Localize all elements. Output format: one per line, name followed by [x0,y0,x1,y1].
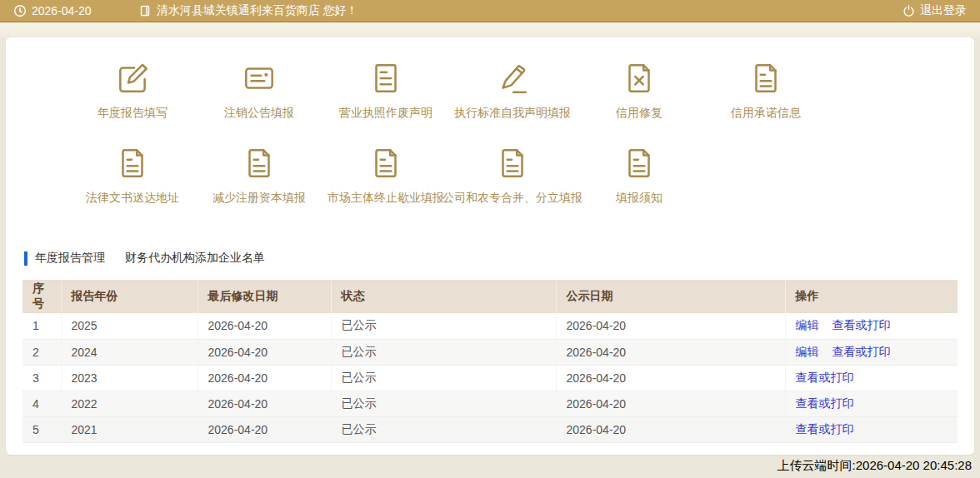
cell-actions: 查看或打印 [785,416,958,442]
header-publish-date: 公示日期 [556,280,785,313]
feature-label: 公司和农专合并、分立填报 [442,191,582,206]
logout-button[interactable]: 退出登录 [902,3,967,18]
clock-icon [13,4,27,17]
cell-no: 4 [22,391,61,416]
cell-last-modified: 2026-04-20 [198,416,331,442]
cell-status: 已公示 [331,416,556,442]
feature-legal-document-address[interactable]: 法律文书送达地址 [69,144,196,221]
view-or-print-link[interactable]: 查看或打印 [796,371,854,384]
feature-label: 信用承诺信息 [731,106,801,121]
document-lines-icon [367,59,405,97]
current-date: 2026-04-20 [32,4,92,17]
power-icon [902,4,915,17]
cell-last-modified: 2026-04-20 [198,365,331,391]
feature-merger-division[interactable]: 公司和农专合并、分立填报 [449,144,576,221]
feature-label: 市场主体终止歇业填报 [328,191,444,206]
feature-label: 执行标准自我声明填报 [454,106,571,121]
cell-status: 已公示 [331,391,556,416]
report-table: 序号 报告年份 最后修改日期 状态 公示日期 操作 120252026-04-2… [22,280,958,443]
logout-label: 退出登录 [920,3,967,18]
feature-credit-commitment-info[interactable]: 信用承诺信息 [702,59,829,136]
header-report-year: 报告年份 [61,280,198,313]
top-bar: 2026-04-20 清水河县城关镇通利来百货商店 您好！ 退出登录 [0,0,980,22]
report-table-body: 120252026-04-20已公示2026-04-20编辑查看或打印22024… [22,313,958,442]
main-card: 年度报告填写 注销公告填报 营业执照作废声明 执行标准自我声明填报 信用修复 信… [6,37,974,455]
cell-report-year: 2024 [61,339,198,365]
company-group: 清水河县城关镇通利来百货商店 您好！ [138,3,358,18]
feature-label: 填报须知 [616,191,662,206]
page-background-strip [0,22,980,37]
cell-last-modified: 2026-04-20 [198,339,331,365]
cell-actions: 查看或打印 [785,365,958,391]
feature-filing-instructions[interactable]: 填报须知 [576,144,702,221]
header-status: 状态 [331,280,556,313]
feature-label: 法律文书送达地址 [86,191,179,206]
file-text-icon [620,144,658,182]
cell-publish-date: 2026-04-20 [556,391,785,416]
tab-finance-agency-company-list[interactable]: 财务代办机构添加企业名单 [125,251,265,266]
cell-no: 2 [22,339,61,365]
cell-status: 已公示 [331,313,556,339]
cell-status: 已公示 [331,339,556,365]
cell-report-year: 2023 [61,365,198,391]
cell-actions: 编辑查看或打印 [785,339,958,365]
file-text-icon [113,144,152,182]
table-row: 320232026-04-20已公示2026-04-20查看或打印 [22,365,958,391]
cell-status: 已公示 [331,365,556,391]
date-group: 2026-04-20 [13,4,92,17]
table-row: 120252026-04-20已公示2026-04-20编辑查看或打印 [22,313,958,339]
cell-no: 1 [22,313,61,339]
view-or-print-link[interactable]: 查看或打印 [832,318,891,331]
cell-no: 3 [22,365,61,391]
file-text-icon [747,59,785,97]
cell-actions: 编辑查看或打印 [785,313,958,339]
feature-business-suspension[interactable]: 市场主体终止歇业填报 [322,144,449,221]
edit-link[interactable]: 编辑 [796,318,819,331]
cell-no: 5 [22,416,61,442]
feature-credit-repair[interactable]: 信用修复 [576,59,702,136]
cell-publish-date: 2026-04-20 [556,365,785,391]
cell-last-modified: 2026-04-20 [198,391,331,416]
feature-cancellation-announcement[interactable]: 注销公告填报 [196,59,322,136]
report-table-wrap: 序号 报告年份 最后修改日期 状态 公示日期 操作 120252026-04-2… [22,280,958,443]
feature-standard-self-declaration[interactable]: 执行标准自我声明填报 [449,59,576,136]
feature-label: 信用修复 [616,106,662,121]
feature-annual-report-fill[interactable]: 年度报告填写 [69,59,196,136]
cell-last-modified: 2026-04-20 [198,313,331,339]
active-tab-marker [24,251,28,266]
file-text-icon [493,144,532,182]
feature-license-void-declaration[interactable]: 营业执照作废声明 [322,59,449,136]
feature-capital-reduction[interactable]: 减少注册资本填报 [196,144,322,221]
table-header-row: 序号 报告年份 最后修改日期 状态 公示日期 操作 [22,280,958,313]
view-or-print-link[interactable]: 查看或打印 [832,345,891,358]
header-actions: 操作 [785,280,958,313]
file-x-icon [620,59,658,97]
company-greeting: 清水河县城关镇通利来百货商店 您好！ [157,3,358,18]
table-row: 520212026-04-20已公示2026-04-20查看或打印 [22,416,958,442]
section-tabs: 年度报告管理 财务代办机构添加企业名单 [24,251,974,266]
cell-report-year: 2025 [61,313,198,339]
tab-annual-report-management[interactable]: 年度报告管理 [35,251,105,266]
announcement-card-icon [240,59,278,97]
feature-grid: 年度报告填写 注销公告填报 营业执照作废声明 执行标准自我声明填报 信用修复 信… [69,59,974,221]
table-row: 220242026-04-20已公示2026-04-20编辑查看或打印 [22,339,958,365]
header-last-modified: 最后修改日期 [198,280,331,313]
cell-publish-date: 2026-04-20 [556,339,785,365]
cell-report-year: 2021 [61,416,198,442]
feature-label: 注销公告填报 [224,106,294,121]
file-text-icon [240,144,278,182]
cell-publish-date: 2026-04-20 [556,313,785,339]
cell-report-year: 2022 [61,391,198,416]
view-or-print-link[interactable]: 查看或打印 [796,422,854,436]
pencil-icon [493,59,532,97]
cell-actions: 查看或打印 [785,391,958,416]
cell-publish-date: 2026-04-20 [556,416,785,442]
file-text-icon [367,144,405,182]
edit-link[interactable]: 编辑 [796,345,819,358]
edit-square-icon [113,59,152,97]
table-row: 420222026-04-20已公示2026-04-20查看或打印 [22,391,958,416]
feature-label: 营业执照作废声明 [339,106,432,121]
view-or-print-link[interactable]: 查看或打印 [796,396,854,410]
feature-label: 减少注册资本填报 [212,191,306,206]
feature-label: 年度报告填写 [98,106,168,121]
